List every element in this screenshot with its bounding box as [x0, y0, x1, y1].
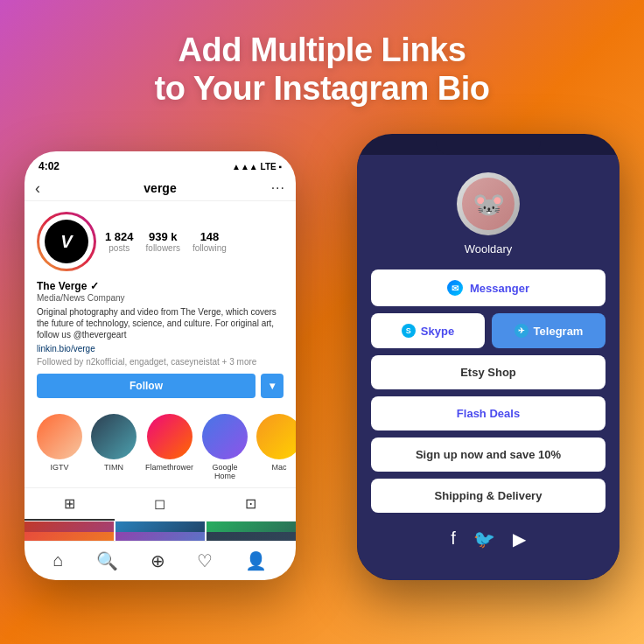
ig-profile-section: V 1 824 posts 939 k	[24, 201, 296, 414]
highlight-circle-flame	[147, 414, 192, 459]
followers-label: followers	[146, 243, 180, 253]
bio-link[interactable]: linkin.bio/verge	[37, 344, 284, 354]
status-bar: 4:02 ▲▲▲ LTE ▪	[24, 151, 296, 178]
avatar: V	[37, 212, 96, 271]
highlight-mac[interactable]: Mac	[256, 414, 296, 480]
nav-search[interactable]: 🔍	[96, 550, 118, 571]
headline: Add Multiple Links to Your Instagram Bio	[155, 32, 490, 108]
highlight-label-flame: Flamethrower	[145, 463, 193, 472]
nav-heart[interactable]: ♡	[197, 550, 213, 571]
flash-deals-label: Flash Deals	[457, 407, 520, 420]
avatar-face: 🐭	[462, 178, 514, 230]
tab-bar: ⊞ ◻ ⊡	[24, 487, 296, 522]
highlight-flame[interactable]: Flamethrower	[145, 414, 193, 480]
headline-line2: to Your Instagram Bio	[155, 70, 490, 107]
verge-v: V	[60, 232, 72, 252]
profile-buttons: Follow ▾	[37, 374, 284, 398]
phone-right: 🐭 Wooldary ✉ Messanger S Skype ✈	[357, 134, 620, 580]
skype-button[interactable]: S Skype	[371, 313, 485, 348]
grid-cell-6	[206, 532, 296, 541]
posts-label: posts	[105, 243, 134, 253]
bio-followed: Followed by n2kofficial, engadget, casey…	[37, 357, 284, 367]
verge-logo: V	[45, 220, 88, 263]
grid-cell-4	[24, 532, 114, 541]
nav-bar: ⌂ 🔍 ⊕ ♡ 👤	[24, 541, 296, 580]
photo-grid	[24, 522, 296, 541]
profile-stats: 1 824 posts 939 k followers 148 followin…	[105, 230, 284, 253]
linkinbio-username: Wooldary	[465, 242, 513, 256]
more-icon[interactable]: ···	[271, 180, 285, 196]
ig-username: verge	[144, 181, 176, 195]
follow-button[interactable]: Follow	[37, 374, 256, 398]
highlight-timn[interactable]: TIMN	[91, 414, 136, 480]
highlight-igtv[interactable]: IGTV	[37, 414, 82, 480]
back-icon[interactable]: ‹	[35, 179, 40, 198]
bio-text: Original photography and video from The …	[37, 306, 284, 340]
tab-tag[interactable]: ◻	[115, 488, 205, 521]
etsy-button[interactable]: Etsy Shop	[371, 355, 606, 389]
highlight-label-igtv: IGTV	[50, 463, 68, 472]
highlight-circle-igtv	[37, 414, 82, 459]
nav-profile[interactable]: 👤	[245, 550, 267, 571]
shipping-button[interactable]: Shipping & Delivery	[371, 479, 606, 513]
status-icons: ▲▲▲ LTE ▪	[232, 162, 282, 172]
telegram-label: Telegram	[534, 325, 584, 338]
status-time: 4:02	[38, 160, 60, 172]
following-stat: 148 following	[192, 230, 227, 253]
highlight-label-google: Google Home	[202, 463, 248, 480]
facebook-icon[interactable]: f	[451, 528, 456, 550]
profile-top: V 1 824 posts 939 k	[37, 212, 284, 271]
twitter-icon[interactable]: 🐦	[473, 528, 495, 550]
highlight-circle-google	[202, 414, 248, 459]
signup-button[interactable]: Sign up now and save 10%	[371, 438, 606, 472]
following-count: 148	[192, 230, 227, 243]
posts-count: 1 824	[105, 230, 134, 243]
profile-name: The Verge	[37, 280, 87, 292]
highlight-label-timn: TIMN	[104, 463, 123, 472]
nav-add[interactable]: ⊕	[150, 550, 165, 571]
linkinbio-avatar: 🐭	[457, 172, 520, 235]
nav-home[interactable]: ⌂	[52, 550, 63, 571]
followers-stat: 939 k followers	[146, 230, 180, 253]
bio-company: Media/News Company	[37, 293, 284, 303]
skype-icon: S	[402, 324, 416, 338]
followers-count: 939 k	[146, 230, 180, 243]
tab-grid[interactable]: ⊞	[24, 488, 115, 521]
highlight-circle-mac	[256, 414, 296, 459]
bio-name: The Verge ✓	[37, 280, 284, 292]
phone-right-inner: 🐭 Wooldary ✉ Messanger S Skype ✈	[357, 155, 620, 580]
youtube-icon[interactable]: ▶	[513, 528, 526, 550]
ig-header: ‹ verge ···	[24, 178, 296, 201]
phones-container: 4:02 ▲▲▲ LTE ▪ ‹ verge ···	[24, 134, 620, 563]
posts-stat: 1 824 posts	[105, 230, 134, 253]
telegram-button[interactable]: ✈ Telegram	[492, 313, 606, 348]
headline-line1: Add Multiple Links	[178, 32, 466, 68]
skype-label: Skype	[421, 325, 454, 338]
following-label: following	[192, 243, 227, 253]
telegram-icon: ✈	[514, 324, 528, 338]
phone-left: 4:02 ▲▲▲ LTE ▪ ‹ verge ···	[24, 151, 296, 580]
shipping-label: Shipping & Delivery	[435, 489, 542, 502]
highlights: IGTV TIMN Flamethrower Google Home	[24, 414, 296, 487]
flash-deals-button[interactable]: Flash Deals	[371, 396, 606, 430]
messenger-icon: ✉	[447, 280, 463, 296]
messenger-label: Messanger	[470, 282, 529, 295]
messenger-button[interactable]: ✉ Messanger	[371, 270, 606, 306]
social-icons-row: f 🐦 ▶	[451, 528, 526, 550]
grid-cell-5	[116, 532, 205, 541]
page-background: Add Multiple Links to Your Instagram Bio…	[0, 0, 644, 644]
notch	[436, 134, 541, 155]
etsy-label: Etsy Shop	[460, 366, 516, 379]
highlight-circle-timn	[91, 414, 136, 459]
avatar-inner: V	[39, 214, 94, 269]
follow-dropdown[interactable]: ▾	[261, 374, 284, 398]
highlight-google[interactable]: Google Home	[202, 414, 248, 480]
tab-person[interactable]: ⊡	[206, 488, 296, 521]
skype-telegram-row: S Skype ✈ Telegram	[371, 313, 606, 348]
signup-label: Sign up now and save 10%	[416, 448, 561, 461]
highlight-label-mac: Mac	[272, 463, 287, 472]
